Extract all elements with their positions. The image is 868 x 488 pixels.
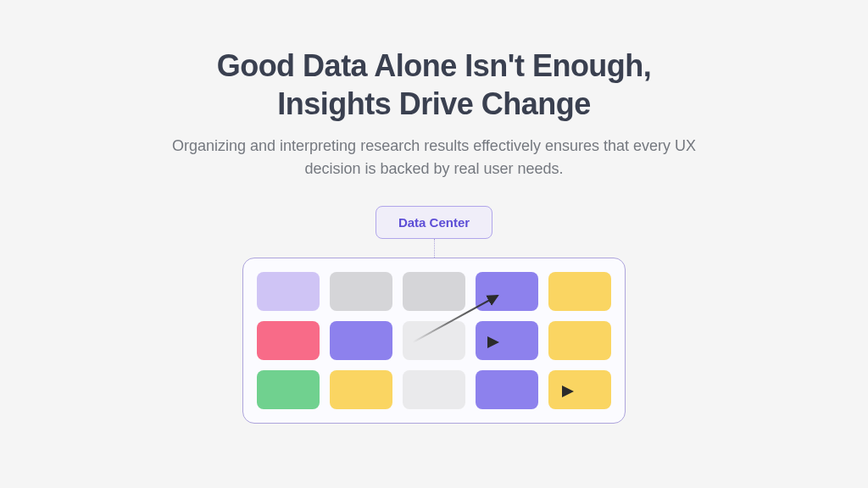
grid-cell	[257, 321, 320, 360]
grid-cell	[257, 272, 320, 311]
grid-cell	[476, 321, 538, 360]
grid-cell	[403, 370, 465, 409]
connector-line	[434, 239, 435, 258]
grid-cell	[548, 321, 611, 360]
grid-cell	[330, 272, 392, 311]
grid-cell	[548, 272, 611, 311]
data-grid	[242, 258, 626, 424]
diagram: Data Center	[242, 206, 626, 424]
data-center-label: Data Center	[376, 206, 492, 239]
grid-cell	[330, 321, 392, 360]
grid-cell	[330, 370, 392, 409]
grid-cell	[403, 321, 465, 360]
grid-cell	[476, 272, 538, 311]
page-subtitle: Organizing and interpreting research res…	[163, 135, 705, 180]
grid-cell	[257, 370, 320, 409]
grid-cell	[476, 370, 538, 409]
grid-cell	[403, 272, 465, 311]
grid-cell	[548, 370, 611, 409]
title-line-2: Insights Drive Change	[277, 86, 591, 121]
page-title: Good Data Alone Isn't Enough, Insights D…	[217, 47, 652, 123]
title-line-1: Good Data Alone Isn't Enough,	[217, 48, 652, 83]
